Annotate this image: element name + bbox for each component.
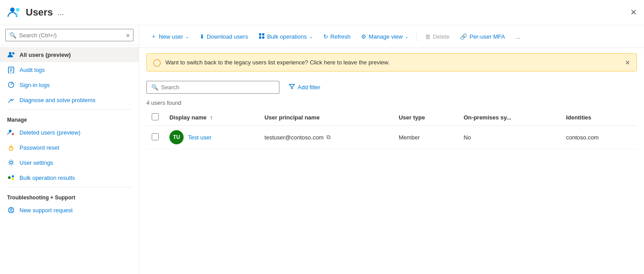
refresh-button[interactable]: ↻ Refresh <box>319 31 355 43</box>
svg-rect-18 <box>262 33 264 36</box>
search-box: 🔍 <box>146 81 279 94</box>
new-user-button[interactable]: ＋ New user ⌄ <box>146 30 193 43</box>
email-container: testuser@contoso.com ⧉ <box>264 134 388 141</box>
bulk-operations-button[interactable]: Bulk operations ⌄ <box>254 30 317 43</box>
bulk-ops-chevron-icon: ⌄ <box>309 34 313 39</box>
toolbar-divider <box>416 31 417 42</box>
on-premises-sync-cell: No <box>458 126 561 149</box>
search-box-icon: 🔍 <box>151 84 158 91</box>
close-button[interactable]: ✕ <box>630 8 637 17</box>
sidebar-item-diagnose-label: Diagnose and solve problems <box>20 97 95 103</box>
sidebar-item-new-support-request[interactable]: New support request <box>0 203 139 218</box>
sidebar-item-all-users-label: All users (preview) <box>20 52 71 58</box>
sidebar-item-user-settings[interactable]: User settings <box>0 155 139 170</box>
refresh-icon: ↻ <box>323 33 328 40</box>
sidebar-item-deleted-users[interactable]: Deleted users (preview) <box>0 125 139 140</box>
toolbar: ＋ New user ⌄ ⬇ Download users Bulk opera… <box>139 25 644 48</box>
row-select-checkbox[interactable] <box>152 133 159 140</box>
sidebar-item-deleted-users-label: Deleted users (preview) <box>20 129 80 136</box>
sidebar-search-input[interactable] <box>19 32 122 39</box>
sidebar-item-all-users[interactable]: All users (preview) <box>0 47 139 62</box>
sidebar-item-sign-in-logs[interactable]: Sign-in logs <box>0 77 139 92</box>
manage-view-chevron-icon: ⌄ <box>405 34 408 39</box>
all-users-icon <box>7 51 15 59</box>
sidebar-item-bulk-operation-results[interactable]: Bulk operation results <box>0 170 139 185</box>
delete-button[interactable]: 🗑 Delete <box>420 31 454 43</box>
svg-point-1 <box>16 8 20 12</box>
sidebar-item-user-settings-label: User settings <box>20 159 53 166</box>
select-all-checkbox[interactable] <box>152 113 159 120</box>
svg-rect-20 <box>262 36 264 39</box>
sort-ascending-icon: ↑ <box>210 114 213 121</box>
sidebar-search-container: 🔍 » <box>0 25 139 45</box>
user-type-cell: Member <box>393 126 458 149</box>
col-identities: Identities <box>561 110 637 126</box>
diagnose-icon <box>7 96 15 104</box>
manage-view-button[interactable]: ⚙ Manage view ⌄ <box>357 31 413 43</box>
add-filter-button[interactable]: Add filter <box>283 80 326 94</box>
users-icon <box>7 5 21 20</box>
svg-point-0 <box>10 8 15 12</box>
password-reset-icon <box>7 143 15 151</box>
troubleshooting-section-title: Troubleshooting + Support <box>0 189 139 203</box>
svg-point-9 <box>9 130 12 132</box>
banner-close-button[interactable]: ✕ <box>625 59 630 66</box>
users-table: Display name ↑ User principal name User … <box>146 110 637 149</box>
per-user-mfa-button[interactable]: 🔗 Per-user MFA <box>456 31 509 43</box>
collapse-sidebar-button[interactable]: » <box>126 32 130 39</box>
users-found-count: 4 users found <box>139 98 644 110</box>
new-user-chevron-icon: ⌄ <box>185 34 189 39</box>
more-options-button[interactable]: ... <box>511 31 525 43</box>
sign-in-logs-icon <box>7 81 15 89</box>
avatar: TU <box>169 130 184 144</box>
preview-banner: ◯ Want to switch back to the legacy user… <box>146 53 637 71</box>
svg-point-11 <box>10 161 12 164</box>
warning-icon: ◯ <box>153 58 161 67</box>
search-filter-row: 🔍 Add filter <box>139 77 644 98</box>
svg-point-16 <box>10 208 12 210</box>
download-users-button[interactable]: ⬇ Download users <box>195 31 252 43</box>
col-user-type: User type <box>393 110 458 126</box>
user-name-link[interactable]: Test user <box>188 134 212 141</box>
sidebar-search-box: 🔍 » <box>5 29 134 41</box>
select-all-col <box>146 110 164 126</box>
sidebar: 🔍 » All users (preview) Audit logs <box>0 25 139 274</box>
col-on-premises-sync: On-premises sy... <box>458 110 561 126</box>
user-settings-icon <box>7 159 15 167</box>
sidebar-item-password-reset[interactable]: Password reset <box>0 140 139 155</box>
banner-text[interactable]: Want to switch back to the legacy users … <box>165 59 620 66</box>
plus-icon: ＋ <box>151 32 157 40</box>
download-icon: ⬇ <box>200 33 204 40</box>
table-row: TU Test user testuser@contoso.com ⧉ Memb… <box>146 126 637 149</box>
col-user-principal-name: User principal name <box>259 110 393 126</box>
display-name-cell: TU Test user <box>164 126 259 149</box>
delete-icon: 🗑 <box>425 33 431 40</box>
page-header: Users ... ✕ <box>0 0 644 25</box>
user-name-container: TU Test user <box>169 130 254 144</box>
identities-cell: contoso.com <box>561 126 637 149</box>
search-input[interactable] <box>161 84 275 91</box>
search-icon: 🔍 <box>9 32 16 39</box>
sidebar-item-password-reset-label: Password reset <box>20 144 59 151</box>
bulk-operation-results-icon <box>7 174 15 182</box>
sidebar-item-audit-logs[interactable]: Audit logs <box>0 62 139 77</box>
users-table-wrapper: Display name ↑ User principal name User … <box>139 110 644 149</box>
filter-icon <box>289 83 295 91</box>
sidebar-item-sign-in-logs-label: Sign-in logs <box>20 82 50 88</box>
svg-rect-17 <box>259 33 261 36</box>
copy-email-button[interactable]: ⧉ <box>326 134 330 141</box>
audit-logs-icon <box>7 66 15 74</box>
col-display-name[interactable]: Display name ↑ <box>164 110 259 126</box>
support-request-icon <box>7 206 15 214</box>
main-content: ＋ New user ⌄ ⬇ Download users Bulk opera… <box>139 25 644 274</box>
page-title: Users <box>26 7 53 18</box>
svg-point-3 <box>12 52 15 55</box>
sidebar-item-diagnose-solve[interactable]: Diagnose and solve problems <box>0 92 139 107</box>
manage-view-icon: ⚙ <box>361 33 366 40</box>
svg-point-14 <box>12 178 14 180</box>
sidebar-divider-1 <box>7 109 132 110</box>
svg-point-13 <box>12 175 14 178</box>
manage-section-title: Manage <box>0 111 139 125</box>
header-more-button[interactable]: ... <box>57 8 64 17</box>
svg-rect-19 <box>259 36 261 39</box>
